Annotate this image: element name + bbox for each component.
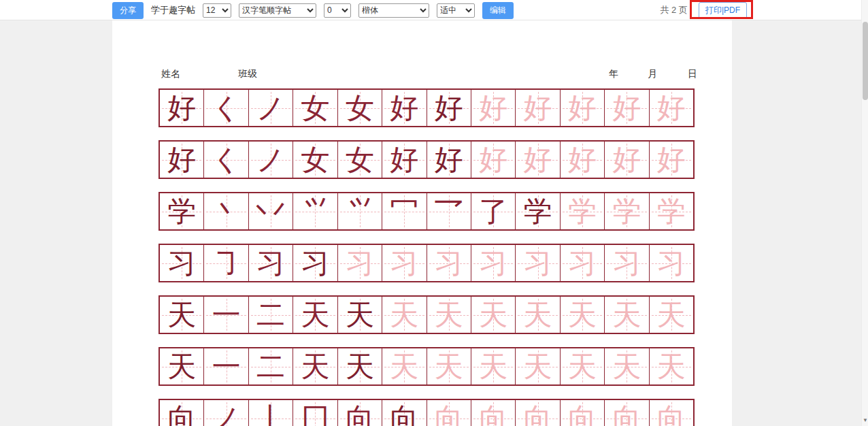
cell-glyph: ㇆ — [204, 245, 248, 281]
practice-cell: 好 — [605, 90, 649, 126]
cell-glyph: 好 — [427, 90, 471, 126]
cell-glyph: 天 — [650, 348, 693, 384]
sheet-type-select[interactable]: 汉字笔顺字帖 — [239, 3, 316, 18]
cell-glyph: 习 — [650, 245, 693, 281]
practice-cell: く — [204, 142, 248, 178]
practice-cell: 女 — [338, 142, 382, 178]
density-select[interactable]: 适中 — [437, 3, 475, 18]
cell-glyph: 一 — [204, 297, 248, 333]
cell-glyph: 丨 — [249, 400, 293, 426]
offset-select[interactable]: 0 — [324, 3, 351, 18]
practice-cell: 学 — [516, 193, 560, 229]
practice-cell: 好 — [471, 90, 516, 126]
character-row: 向ノ丨冂向向向向向向向向 — [158, 399, 695, 426]
cell-glyph: 好 — [427, 142, 471, 178]
cell-glyph: 好 — [605, 142, 648, 178]
cell-glyph: 好 — [382, 142, 426, 178]
practice-cell: 天 — [561, 297, 605, 333]
practice-cell: 天 — [471, 297, 516, 333]
cell-glyph: 好 — [160, 142, 203, 178]
app-name: 学于趣字帖 — [151, 4, 195, 16]
edit-button[interactable]: 编辑 — [482, 2, 514, 19]
character-row: 天一二天天天天天天天天天 — [158, 347, 695, 386]
practice-cell: 好 — [561, 90, 605, 126]
cell-glyph: 好 — [160, 90, 203, 126]
cell-glyph: 天 — [605, 348, 648, 384]
practice-cell: 丶 — [204, 193, 248, 229]
scrollbar-thumb[interactable] — [863, 22, 868, 100]
practice-cell: 女 — [338, 90, 382, 126]
practice-cell: 天 — [561, 348, 605, 384]
practice-cell: ㇆ — [204, 245, 248, 281]
cell-glyph: 天 — [427, 297, 471, 333]
practice-cell: 习 — [160, 245, 204, 281]
practice-cell: 天 — [338, 348, 382, 384]
font-select[interactable]: 楷体 — [358, 3, 429, 18]
practice-cell: 习 — [293, 245, 337, 281]
cell-glyph: 习 — [561, 245, 604, 281]
practice-cell: 丨 — [249, 400, 293, 426]
cell-glyph: 好 — [471, 142, 515, 178]
char-count-select[interactable]: 12 — [203, 3, 231, 18]
practice-cell: 学 — [650, 193, 693, 229]
cell-glyph: 好 — [561, 142, 604, 178]
practice-cell: 二 — [249, 297, 293, 333]
practice-cell: 向 — [160, 400, 204, 426]
practice-cell: 向 — [338, 400, 382, 426]
practice-cell: ⺍ — [338, 193, 382, 229]
cell-glyph: 二 — [249, 297, 293, 333]
cell-glyph: 向 — [516, 400, 559, 426]
cell-glyph: 学 — [516, 193, 559, 229]
practice-cell: 天 — [382, 297, 427, 333]
page-count-label: 共 2 页 — [660, 4, 687, 16]
cell-glyph: ノ — [204, 400, 248, 426]
practice-cell: 一 — [204, 348, 248, 384]
practice-cell: 向 — [516, 400, 560, 426]
practice-cell: 好 — [160, 142, 204, 178]
practice-cell: 好 — [516, 90, 560, 126]
cell-glyph: 好 — [650, 90, 693, 126]
practice-cell: 习 — [382, 245, 427, 281]
class-label: 班级 — [238, 68, 257, 80]
cell-glyph: 天 — [650, 297, 693, 333]
cell-glyph: 女 — [293, 90, 337, 126]
practice-cell: 好 — [427, 142, 471, 178]
practice-cell: 好 — [516, 142, 560, 178]
cell-glyph: 习 — [516, 245, 559, 281]
cell-glyph: 天 — [427, 348, 471, 384]
practice-cell: 习 — [249, 245, 293, 281]
practice-cell: 天 — [516, 348, 560, 384]
practice-cell: 天 — [338, 297, 382, 333]
cell-glyph: 天 — [605, 297, 648, 333]
cell-glyph: 好 — [516, 90, 559, 126]
practice-cell: 冖 — [382, 193, 427, 229]
practice-cell: 向 — [605, 400, 649, 426]
cell-glyph: 天 — [338, 348, 382, 384]
practice-cell: 好 — [561, 142, 605, 178]
practice-cell: 二 — [249, 348, 293, 384]
cell-glyph: 天 — [471, 297, 515, 333]
practice-cell: 好 — [650, 90, 693, 126]
practice-cell: 天 — [427, 297, 471, 333]
practice-cell: 习 — [650, 245, 693, 281]
practice-grid: 好くノ女女好好好好好好好好くノ女女好好好好好好好学丶丷⺍⺍冖乛了学学学学习㇆习习… — [158, 88, 695, 426]
cell-glyph: 天 — [338, 297, 382, 333]
year-label: 年 — [609, 68, 618, 80]
cell-glyph: 好 — [605, 90, 648, 126]
share-button[interactable]: 分享 — [112, 2, 144, 19]
cell-glyph: く — [204, 142, 248, 178]
vertical-scrollbar[interactable]: ▼ — [861, 0, 868, 426]
character-row: 好くノ女女好好好好好好好 — [158, 88, 695, 127]
cell-glyph: 向 — [561, 400, 604, 426]
print-pdf-button[interactable]: 打印|PDF — [699, 2, 747, 19]
toolbar-right-group: 共 2 页 打印|PDF — [660, 0, 747, 20]
practice-cell: 习 — [561, 245, 605, 281]
practice-cell: 好 — [471, 142, 516, 178]
character-row: 天一二天天天天天天天天天 — [158, 295, 695, 334]
scrollbar-down-arrow[interactable]: ▼ — [862, 416, 868, 425]
practice-cell: 了 — [471, 193, 516, 229]
cell-glyph: 习 — [427, 245, 471, 281]
content-area: 姓名 班级 年 月 日 好くノ女女好好好好好好好好くノ女女好好好好好好好学丶丷⺍… — [0, 20, 868, 426]
practice-cell: ⺍ — [293, 193, 337, 229]
cell-glyph: 丷 — [249, 193, 293, 229]
